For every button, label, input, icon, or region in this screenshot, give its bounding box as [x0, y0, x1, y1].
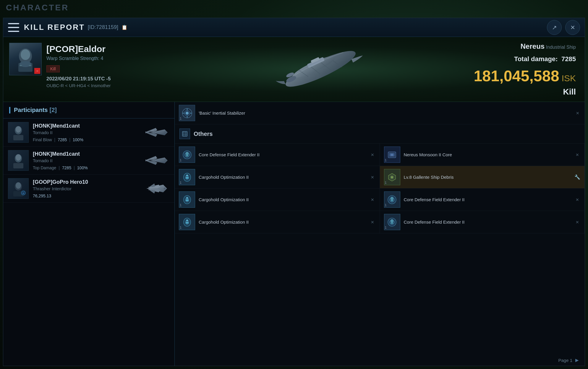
item-close-button[interactable]: ✕	[574, 197, 580, 203]
participants-header: Participants [2]	[3, 102, 174, 118]
kill-tag: Kill	[46, 65, 60, 72]
item-qty: 1	[180, 203, 182, 207]
item-close-button[interactable]: ✕	[370, 174, 375, 180]
isk-label: ISK	[562, 73, 576, 83]
svg-point-35	[16, 182, 21, 189]
svg-rect-52	[182, 131, 187, 136]
ship-area	[169, 37, 472, 102]
svg-point-59	[186, 152, 189, 155]
svg-point-22	[164, 131, 166, 134]
svg-rect-83	[186, 222, 189, 224]
item-qty: 1	[385, 181, 387, 184]
item-icon: 1	[179, 105, 195, 121]
svg-rect-5	[29, 65, 31, 66]
svg-point-74	[186, 197, 188, 199]
item-row: 1 Core Defense Field Extender II ✕	[175, 144, 380, 166]
victim-panel: − [PCOR]Ealdor Warp Scramble Strength: 4…	[3, 37, 169, 102]
participant-damage: 7285	[58, 137, 67, 142]
participant-row[interactable]: + [GOOP]GoPro Hero10 Thrasher Interdicto…	[3, 175, 174, 203]
participant-row[interactable]: [HONK]Mend1cant Tornado II Final Blow | …	[3, 118, 174, 147]
participant-damage: 7285	[62, 165, 71, 170]
participant-name: [GOOP]GoPro Hero10	[33, 179, 143, 185]
page-label: Page 1	[558, 358, 572, 363]
svg-rect-27	[13, 163, 23, 168]
victim-avatar: −	[9, 43, 42, 75]
item-name: Core Defense Field Extender II	[404, 219, 575, 225]
participant-row[interactable]: [HONK]Mend1cant Tornado II Top Damage | …	[3, 147, 174, 175]
participant-ship: Tornado II	[33, 158, 143, 163]
others-items-grid: 1 Core Defense Field Extender II ✕ 1	[175, 144, 585, 233]
export-button[interactable]: ↗	[547, 20, 562, 35]
svg-point-67	[186, 175, 188, 176]
svg-point-47	[186, 112, 189, 115]
close-button[interactable]: ✕	[565, 20, 580, 35]
victim-name: [PCOR]Ealdor	[46, 44, 111, 54]
svg-point-86	[391, 219, 393, 223]
participants-panel: Participants [2] [HONK]Mend1cant Tornado…	[3, 102, 175, 366]
item-icon: 1	[179, 147, 195, 163]
item-name: Cargohold Optimization II	[199, 219, 370, 225]
svg-rect-68	[186, 177, 189, 179]
svg-rect-18	[13, 135, 23, 140]
item-name: Core Defense Field Extender II	[404, 197, 575, 203]
participant-avatar	[8, 122, 29, 143]
kill-timestamp: 2022/06/20 21:19:15 UTC -5	[46, 76, 111, 82]
ship-image	[264, 37, 377, 102]
item-name: Cargohold Optimization II	[199, 174, 370, 180]
item-close-button[interactable]: ✕	[574, 219, 580, 225]
svg-point-17	[16, 126, 21, 133]
item-close-button[interactable]: ✕	[575, 110, 581, 116]
item-name: Nereus Monsoon II Core	[404, 152, 575, 158]
item-qty: 1	[180, 181, 182, 184]
header-id: [ID:7281159] 📋	[88, 24, 127, 30]
participant-damage: 76,295.13	[33, 194, 51, 198]
participant-name: [HONK]Mend1cant	[33, 151, 143, 157]
bg-character-title: CHARACTER	[6, 3, 69, 12]
participant-ship: Thrasher Interdictor	[33, 186, 143, 191]
item-icon: 1	[179, 191, 195, 208]
item-close-button[interactable]: ✕	[574, 152, 580, 158]
damage-label: Total damage: 7285	[512, 55, 576, 63]
item-row: 1 Cargohold Optimization II ✕	[175, 188, 380, 211]
victim-warp-scramble: Warp Scramble Strength: 4	[46, 56, 111, 61]
svg-point-71	[391, 176, 393, 178]
svg-point-64	[391, 154, 393, 156]
svg-rect-60	[186, 155, 188, 156]
participant-percent: 100%	[77, 165, 88, 170]
svg-point-1	[21, 49, 30, 60]
next-page-button[interactable]: ▶	[575, 357, 579, 363]
others-header: Others	[175, 124, 585, 144]
svg-point-44	[164, 188, 166, 189]
item-close-button[interactable]: ✕	[370, 152, 375, 158]
item-close-button[interactable]: ✕	[370, 219, 375, 225]
svg-rect-4	[20, 65, 22, 66]
main-panel: KILL REPORT [ID:7281159] 📋 ↗ ✕	[3, 18, 585, 366]
participant-ship-image	[143, 181, 170, 197]
svg-point-26	[16, 154, 21, 161]
header-bar: KILL REPORT [ID:7281159] 📋 ↗ ✕	[3, 18, 585, 37]
svg-marker-42	[150, 183, 155, 187]
item-close-button[interactable]: ✕	[370, 197, 375, 203]
item-row: 1 Core Defense Field Extender II ✕	[380, 188, 585, 211]
item-name: 'Basic' Inertial Stabilizer	[199, 110, 575, 116]
svg-rect-87	[391, 223, 393, 224]
fitted-item-row: 1 'Basic' Inertial Stabilizer ✕	[175, 102, 585, 124]
item-name: Core Defense Field Extender II	[199, 152, 370, 158]
hero-section: − [PCOR]Ealdor Warp Scramble Strength: 4…	[3, 37, 585, 102]
item-wrench-icon[interactable]: 🔧	[574, 174, 580, 180]
item-row: 1 Core Defense Field Extender II ✕	[380, 211, 585, 233]
participant-info: [HONK]Mend1cant Tornado II Final Blow | …	[33, 123, 143, 142]
items-panel: 1 'Basic' Inertial Stabilizer ✕	[175, 102, 585, 366]
participant-ship-image	[143, 152, 170, 169]
stats-panel: Nereus Industrial Ship Total damage: 728…	[472, 37, 585, 102]
menu-icon[interactable]	[8, 23, 19, 32]
ship-class: Industrial Ship	[546, 45, 576, 50]
participant-avatar	[8, 150, 29, 171]
participant-stats: Top Damage | 7285 | 100%	[33, 165, 143, 170]
item-qty: 1	[385, 203, 387, 207]
pagination: Page 1 ▶	[558, 357, 579, 363]
item-icon: 1	[384, 169, 400, 185]
item-qty: 1	[180, 117, 182, 120]
item-row: 1 Cargohold Optimization II ✕	[175, 211, 380, 233]
item-qty: 1	[180, 226, 182, 229]
